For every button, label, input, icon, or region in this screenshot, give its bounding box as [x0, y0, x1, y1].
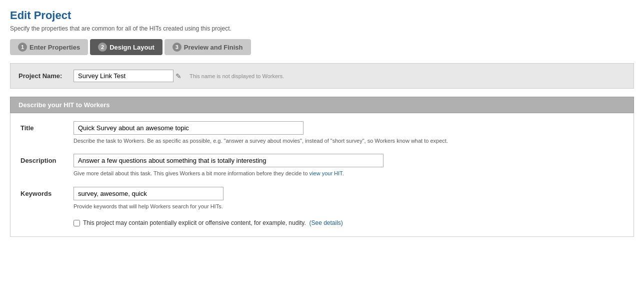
title-row: Title Describe the task to Workers. Be a…: [20, 121, 624, 145]
project-name-input[interactable]: [74, 70, 174, 82]
keywords-content: Provide keywords that will help Workers …: [74, 187, 624, 210]
see-details-link[interactable]: (See details): [309, 219, 342, 226]
keywords-label: Keywords: [20, 187, 66, 197]
keywords-row: Keywords Provide keywords that will help…: [20, 187, 624, 210]
step-3-label: Preview and Finish: [184, 44, 243, 51]
keywords-input[interactable]: [74, 187, 224, 200]
description-hint: Give more detail about this task. This g…: [74, 170, 624, 177]
step-2-number: 2: [98, 43, 107, 52]
description-content: Give more detail about this task. This g…: [74, 154, 624, 177]
title-content: Describe the task to Workers. Be as spec…: [74, 121, 624, 145]
step-3-button[interactable]: 3 Preview and Finish: [164, 39, 251, 55]
view-hit-link[interactable]: view your HIT: [310, 170, 342, 176]
step-1-label: Enter Properties: [30, 44, 80, 51]
explicit-content-checkbox[interactable]: [74, 220, 80, 226]
steps-nav: 1 Enter Properties 2 Design Layout 3 Pre…: [10, 39, 634, 55]
project-name-row: Project Name: ✎ This name is not display…: [10, 63, 634, 89]
title-input[interactable]: [74, 121, 304, 135]
description-row: Description Give more detail about this …: [20, 154, 624, 177]
title-label: Title: [20, 121, 66, 132]
step-1-number: 1: [18, 43, 27, 52]
section-header: Describe your HIT to Workers: [10, 97, 634, 113]
step-2-button[interactable]: 2 Design Layout: [90, 39, 162, 55]
explicit-content-label: This project may contain potentially exp…: [83, 219, 343, 226]
description-hint-prefix: Give more detail about this task. This g…: [74, 170, 310, 176]
page-title: Edit Project: [10, 9, 634, 22]
project-name-hint: This name is not displayed to Workers.: [190, 73, 284, 79]
step-3-number: 3: [172, 43, 182, 52]
keywords-hint: Provide keywords that will help Workers …: [74, 203, 624, 210]
page-container: Edit Project Specify the properties that…: [0, 0, 644, 246]
description-input[interactable]: [74, 154, 384, 167]
title-hint: Describe the task to Workers. Be as spec…: [74, 137, 624, 145]
description-hint-suffix: .: [342, 170, 344, 176]
checkbox-label-prefix: This project may contain potentially exp…: [83, 219, 306, 226]
page-subtitle: Specify the properties that are common f…: [10, 25, 634, 32]
section-body: Title Describe the task to Workers. Be a…: [10, 113, 634, 237]
explicit-content-row: This project may contain potentially exp…: [20, 219, 624, 226]
project-name-label: Project Name:: [18, 72, 68, 80]
project-name-input-wrap: ✎: [74, 70, 182, 82]
description-label: Description: [20, 154, 66, 164]
step-2-label: Design Layout: [110, 44, 154, 51]
step-1-button[interactable]: 1 Enter Properties: [10, 39, 88, 55]
edit-icon[interactable]: ✎: [176, 72, 182, 80]
